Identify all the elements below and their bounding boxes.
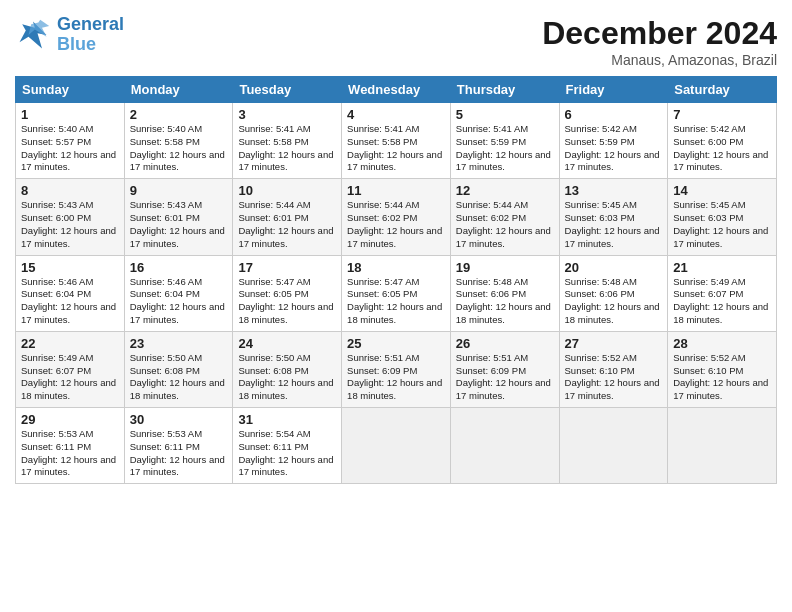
- col-monday: Monday: [124, 77, 233, 103]
- day-number: 19: [456, 260, 554, 275]
- day-number: 9: [130, 183, 228, 198]
- calendar-cell: 14Sunrise: 5:45 AMSunset: 6:03 PMDayligh…: [668, 179, 777, 255]
- calendar-week-5: 29Sunrise: 5:53 AMSunset: 6:11 PMDayligh…: [16, 408, 777, 484]
- cell-info: Sunrise: 5:48 AMSunset: 6:06 PMDaylight:…: [565, 276, 663, 327]
- calendar-cell: 29Sunrise: 5:53 AMSunset: 6:11 PMDayligh…: [16, 408, 125, 484]
- day-number: 7: [673, 107, 771, 122]
- cell-info: Sunrise: 5:47 AMSunset: 6:05 PMDaylight:…: [238, 276, 336, 327]
- cell-info: Sunrise: 5:40 AMSunset: 5:58 PMDaylight:…: [130, 123, 228, 174]
- month-title: December 2024: [542, 15, 777, 52]
- calendar-cell: 1Sunrise: 5:40 AMSunset: 5:57 PMDaylight…: [16, 103, 125, 179]
- day-number: 17: [238, 260, 336, 275]
- cell-info: Sunrise: 5:43 AMSunset: 6:01 PMDaylight:…: [130, 199, 228, 250]
- day-number: 24: [238, 336, 336, 351]
- calendar-cell: [559, 408, 668, 484]
- day-number: 4: [347, 107, 445, 122]
- logo-icon: [15, 17, 51, 53]
- day-number: 1: [21, 107, 119, 122]
- cell-info: Sunrise: 5:46 AMSunset: 6:04 PMDaylight:…: [21, 276, 119, 327]
- cell-info: Sunrise: 5:48 AMSunset: 6:06 PMDaylight:…: [456, 276, 554, 327]
- calendar-body: 1Sunrise: 5:40 AMSunset: 5:57 PMDaylight…: [16, 103, 777, 484]
- cell-info: Sunrise: 5:52 AMSunset: 6:10 PMDaylight:…: [565, 352, 663, 403]
- cell-info: Sunrise: 5:44 AMSunset: 6:02 PMDaylight:…: [347, 199, 445, 250]
- cell-info: Sunrise: 5:41 AMSunset: 5:58 PMDaylight:…: [347, 123, 445, 174]
- calendar-cell: 9Sunrise: 5:43 AMSunset: 6:01 PMDaylight…: [124, 179, 233, 255]
- cell-info: Sunrise: 5:51 AMSunset: 6:09 PMDaylight:…: [456, 352, 554, 403]
- cell-info: Sunrise: 5:42 AMSunset: 6:00 PMDaylight:…: [673, 123, 771, 174]
- cell-info: Sunrise: 5:43 AMSunset: 6:00 PMDaylight:…: [21, 199, 119, 250]
- day-number: 14: [673, 183, 771, 198]
- calendar-cell: 3Sunrise: 5:41 AMSunset: 5:58 PMDaylight…: [233, 103, 342, 179]
- day-number: 11: [347, 183, 445, 198]
- cell-info: Sunrise: 5:52 AMSunset: 6:10 PMDaylight:…: [673, 352, 771, 403]
- cell-info: Sunrise: 5:49 AMSunset: 6:07 PMDaylight:…: [21, 352, 119, 403]
- calendar-cell: 30Sunrise: 5:53 AMSunset: 6:11 PMDayligh…: [124, 408, 233, 484]
- calendar-cell: [450, 408, 559, 484]
- calendar-cell: 23Sunrise: 5:50 AMSunset: 6:08 PMDayligh…: [124, 331, 233, 407]
- calendar-cell: 20Sunrise: 5:48 AMSunset: 6:06 PMDayligh…: [559, 255, 668, 331]
- calendar-cell: 25Sunrise: 5:51 AMSunset: 6:09 PMDayligh…: [342, 331, 451, 407]
- calendar-cell: 5Sunrise: 5:41 AMSunset: 5:59 PMDaylight…: [450, 103, 559, 179]
- day-number: 12: [456, 183, 554, 198]
- calendar-cell: 8Sunrise: 5:43 AMSunset: 6:00 PMDaylight…: [16, 179, 125, 255]
- day-number: 18: [347, 260, 445, 275]
- day-number: 20: [565, 260, 663, 275]
- calendar-cell: 16Sunrise: 5:46 AMSunset: 6:04 PMDayligh…: [124, 255, 233, 331]
- calendar-table: Sunday Monday Tuesday Wednesday Thursday…: [15, 76, 777, 484]
- cell-info: Sunrise: 5:54 AMSunset: 6:11 PMDaylight:…: [238, 428, 336, 479]
- calendar-cell: 7Sunrise: 5:42 AMSunset: 6:00 PMDaylight…: [668, 103, 777, 179]
- calendar-cell: 10Sunrise: 5:44 AMSunset: 6:01 PMDayligh…: [233, 179, 342, 255]
- cell-info: Sunrise: 5:50 AMSunset: 6:08 PMDaylight:…: [130, 352, 228, 403]
- day-number: 31: [238, 412, 336, 427]
- col-sunday: Sunday: [16, 77, 125, 103]
- day-number: 22: [21, 336, 119, 351]
- cell-info: Sunrise: 5:49 AMSunset: 6:07 PMDaylight:…: [673, 276, 771, 327]
- calendar-cell: 17Sunrise: 5:47 AMSunset: 6:05 PMDayligh…: [233, 255, 342, 331]
- col-saturday: Saturday: [668, 77, 777, 103]
- cell-info: Sunrise: 5:44 AMSunset: 6:01 PMDaylight:…: [238, 199, 336, 250]
- calendar-cell: 18Sunrise: 5:47 AMSunset: 6:05 PMDayligh…: [342, 255, 451, 331]
- page-container: General Blue December 2024 Manaus, Amazo…: [0, 0, 792, 494]
- day-number: 13: [565, 183, 663, 198]
- calendar-cell: 4Sunrise: 5:41 AMSunset: 5:58 PMDaylight…: [342, 103, 451, 179]
- day-number: 6: [565, 107, 663, 122]
- logo-line2: Blue: [57, 34, 96, 54]
- cell-info: Sunrise: 5:53 AMSunset: 6:11 PMDaylight:…: [130, 428, 228, 479]
- col-tuesday: Tuesday: [233, 77, 342, 103]
- col-friday: Friday: [559, 77, 668, 103]
- calendar-cell: 11Sunrise: 5:44 AMSunset: 6:02 PMDayligh…: [342, 179, 451, 255]
- day-number: 8: [21, 183, 119, 198]
- cell-info: Sunrise: 5:53 AMSunset: 6:11 PMDaylight:…: [21, 428, 119, 479]
- header-row: Sunday Monday Tuesday Wednesday Thursday…: [16, 77, 777, 103]
- calendar-cell: 21Sunrise: 5:49 AMSunset: 6:07 PMDayligh…: [668, 255, 777, 331]
- day-number: 23: [130, 336, 228, 351]
- calendar-week-3: 15Sunrise: 5:46 AMSunset: 6:04 PMDayligh…: [16, 255, 777, 331]
- calendar-week-4: 22Sunrise: 5:49 AMSunset: 6:07 PMDayligh…: [16, 331, 777, 407]
- cell-info: Sunrise: 5:47 AMSunset: 6:05 PMDaylight:…: [347, 276, 445, 327]
- cell-info: Sunrise: 5:41 AMSunset: 5:59 PMDaylight:…: [456, 123, 554, 174]
- calendar-cell: 26Sunrise: 5:51 AMSunset: 6:09 PMDayligh…: [450, 331, 559, 407]
- day-number: 2: [130, 107, 228, 122]
- cell-info: Sunrise: 5:46 AMSunset: 6:04 PMDaylight:…: [130, 276, 228, 327]
- calendar-week-1: 1Sunrise: 5:40 AMSunset: 5:57 PMDaylight…: [16, 103, 777, 179]
- cell-info: Sunrise: 5:44 AMSunset: 6:02 PMDaylight:…: [456, 199, 554, 250]
- calendar-cell: 28Sunrise: 5:52 AMSunset: 6:10 PMDayligh…: [668, 331, 777, 407]
- calendar-cell: 24Sunrise: 5:50 AMSunset: 6:08 PMDayligh…: [233, 331, 342, 407]
- cell-info: Sunrise: 5:45 AMSunset: 6:03 PMDaylight:…: [565, 199, 663, 250]
- calendar-cell: 22Sunrise: 5:49 AMSunset: 6:07 PMDayligh…: [16, 331, 125, 407]
- day-number: 25: [347, 336, 445, 351]
- day-number: 29: [21, 412, 119, 427]
- calendar-cell: 31Sunrise: 5:54 AMSunset: 6:11 PMDayligh…: [233, 408, 342, 484]
- cell-info: Sunrise: 5:51 AMSunset: 6:09 PMDaylight:…: [347, 352, 445, 403]
- day-number: 3: [238, 107, 336, 122]
- day-number: 5: [456, 107, 554, 122]
- cell-info: Sunrise: 5:45 AMSunset: 6:03 PMDaylight:…: [673, 199, 771, 250]
- logo-line1: General: [57, 14, 124, 34]
- day-number: 30: [130, 412, 228, 427]
- header: General Blue December 2024 Manaus, Amazo…: [15, 15, 777, 68]
- day-number: 28: [673, 336, 771, 351]
- cell-info: Sunrise: 5:42 AMSunset: 5:59 PMDaylight:…: [565, 123, 663, 174]
- subtitle: Manaus, Amazonas, Brazil: [542, 52, 777, 68]
- cell-info: Sunrise: 5:40 AMSunset: 5:57 PMDaylight:…: [21, 123, 119, 174]
- day-number: 27: [565, 336, 663, 351]
